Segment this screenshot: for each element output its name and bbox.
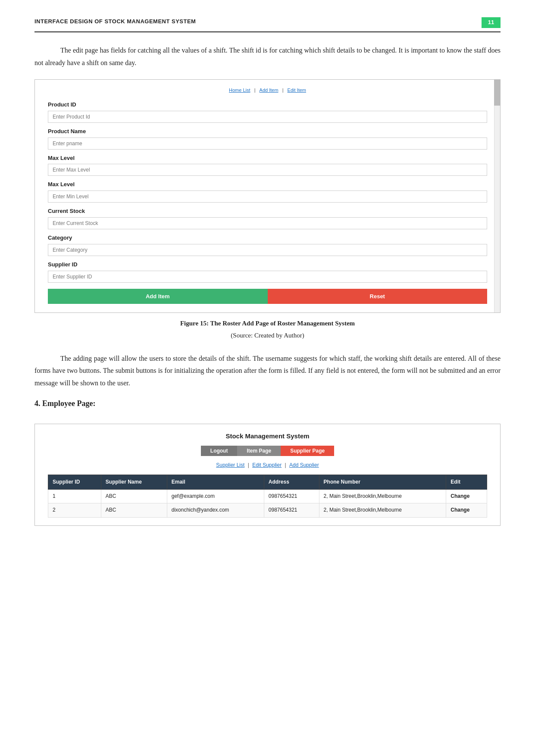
- form-buttons: Add Item Reset: [48, 289, 487, 304]
- cell-name-2: ABC: [101, 503, 167, 517]
- nav-home-list[interactable]: Home List: [229, 87, 250, 93]
- field-max-level: Max Level: [48, 154, 487, 176]
- cell-edit-2[interactable]: Change: [446, 503, 487, 517]
- page-number: 11: [482, 17, 501, 28]
- body-paragraph-1: The edit page has fields for catching al…: [34, 44, 501, 69]
- field-supplier-id: Supplier ID: [48, 260, 487, 283]
- figure1-nav: Home List | Add Item | Edit Item: [48, 87, 487, 94]
- sms-title: Stock Management System: [48, 431, 487, 441]
- cell-email-2: dixonchich@yandex.com: [167, 503, 264, 517]
- field-product-name: Product Name: [48, 127, 487, 150]
- reset-button[interactable]: Reset: [268, 289, 488, 304]
- subnav-supplier-list[interactable]: Supplier List: [216, 462, 244, 468]
- section-heading: 4. Employee Page:: [34, 397, 501, 410]
- tab-logout[interactable]: Logout: [201, 446, 238, 456]
- supplier-table: Supplier ID Supplier Name Email Address …: [48, 475, 487, 518]
- body-paragraph-2: The adding page will allow the users to …: [34, 353, 501, 390]
- field-product-id: Product ID: [48, 100, 487, 123]
- input-supplier-id[interactable]: [48, 271, 487, 283]
- field-current-stock: Current Stock: [48, 207, 487, 229]
- add-item-button[interactable]: Add Item: [48, 289, 268, 304]
- col-supplier-id: Supplier ID: [48, 475, 101, 489]
- col-email: Email: [167, 475, 264, 489]
- nav-sep-1: |: [254, 87, 257, 93]
- cell-name-1: ABC: [101, 490, 167, 503]
- col-supplier-name: Supplier Name: [101, 475, 167, 489]
- figure1-source: (Source: Created by Author): [34, 330, 501, 341]
- cell-id-1: 1: [48, 490, 101, 503]
- cell-phone-1: 2, Main Street,Brooklin,Melbourne: [319, 490, 446, 503]
- input-max-level[interactable]: [48, 164, 487, 176]
- table-row: 1 ABC gef@example.com 0987654321 2, Main…: [48, 490, 487, 503]
- scrollbar[interactable]: [494, 80, 500, 312]
- cell-address-2: 0987654321: [264, 503, 319, 517]
- figure1-inner: Home List | Add Item | Edit Item Product…: [35, 80, 500, 312]
- field-category: Category: [48, 234, 487, 256]
- tab-item-page[interactable]: Item Page: [237, 446, 281, 456]
- figure1-caption: Figure 15: The Roster Add Page of Roster…: [34, 318, 501, 328]
- sub-sep-1: |: [248, 462, 250, 468]
- header-title: INTERFACE DESIGN OF STOCK MANAGEMENT SYS…: [34, 17, 196, 26]
- nav-edit-item[interactable]: Edit Item: [288, 87, 306, 93]
- table-row: 2 ABC dixonchich@yandex.com 0987654321 2…: [48, 503, 487, 517]
- nav-tabs-bar: Logout Item Page Supplier Page: [48, 446, 487, 456]
- col-address: Address: [264, 475, 319, 489]
- input-product-id[interactable]: [48, 111, 487, 123]
- table-body: 1 ABC gef@example.com 0987654321 2, Main…: [48, 490, 487, 517]
- cell-edit-1[interactable]: Change: [446, 490, 487, 503]
- label-product-name: Product Name: [48, 127, 487, 136]
- page-header: INTERFACE DESIGN OF STOCK MANAGEMENT SYS…: [34, 17, 501, 32]
- figure2-container: Stock Management System Logout Item Page…: [34, 424, 501, 526]
- scrollbar-thumb: [494, 80, 500, 106]
- figure1-container: Home List | Add Item | Edit Item Product…: [34, 79, 501, 312]
- label-product-id: Product ID: [48, 100, 487, 109]
- field-min-level: Max Level: [48, 180, 487, 203]
- label-category: Category: [48, 234, 487, 243]
- input-category[interactable]: [48, 244, 487, 256]
- col-phone-number: Phone Number: [319, 475, 446, 489]
- subnav-edit-supplier[interactable]: Edit Supplier: [252, 462, 282, 468]
- cell-address-1: 0987654321: [264, 490, 319, 503]
- cell-email-1: gef@example.com: [167, 490, 264, 503]
- cell-id-2: 2: [48, 503, 101, 517]
- label-supplier-id: Supplier ID: [48, 260, 487, 269]
- page: INTERFACE DESIGN OF STOCK MANAGEMENT SYS…: [0, 0, 535, 756]
- cell-phone-2: 2, Main Street,Brooklin,Melbourne: [319, 503, 446, 517]
- table-header: Supplier ID Supplier Name Email Address …: [48, 475, 487, 489]
- input-min-level[interactable]: [48, 191, 487, 203]
- nav-add-item[interactable]: Add Item: [260, 87, 278, 93]
- sub-sep-2: |: [285, 462, 288, 468]
- tab-supplier-page[interactable]: Supplier Page: [281, 446, 334, 456]
- input-current-stock[interactable]: [48, 217, 487, 229]
- label-current-stock: Current Stock: [48, 207, 487, 216]
- figure2-inner: Stock Management System Logout Item Page…: [35, 424, 500, 525]
- subnav-add-supplier[interactable]: Add Supplier: [289, 462, 319, 468]
- sub-nav: Supplier List | Edit Supplier | Add Supp…: [48, 461, 487, 469]
- input-product-name[interactable]: [48, 137, 487, 150]
- table-header-row: Supplier ID Supplier Name Email Address …: [48, 475, 487, 489]
- col-edit: Edit: [446, 475, 487, 489]
- nav-sep-2: |: [282, 87, 285, 93]
- label-min-level: Max Level: [48, 180, 487, 189]
- label-max-level: Max Level: [48, 154, 487, 163]
